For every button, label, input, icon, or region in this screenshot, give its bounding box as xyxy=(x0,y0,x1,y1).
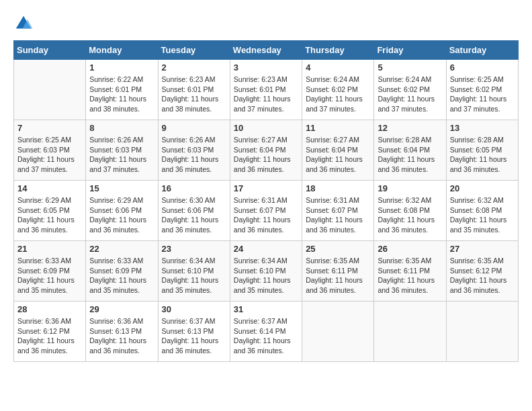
sunrise-text: Sunrise: 6:32 AM xyxy=(378,195,442,205)
day-info: Sunrise: 6:27 AMSunset: 6:04 PMDaylight:… xyxy=(306,135,370,175)
daylight-text: Daylight: 11 hours and 38 minutes. xyxy=(162,94,226,113)
day-number: 16 xyxy=(162,183,226,193)
sunrise-text: Sunrise: 6:25 AM xyxy=(450,75,515,85)
day-number: 11 xyxy=(306,123,370,133)
calendar-cell: 4Sunrise: 6:24 AMSunset: 6:02 PMDaylight… xyxy=(302,60,374,120)
calendar-cell: 23Sunrise: 6:34 AMSunset: 6:10 PMDayligh… xyxy=(158,241,230,302)
sunrise-text: Sunrise: 6:24 AM xyxy=(378,75,442,85)
day-number: 27 xyxy=(450,244,515,254)
day-info: Sunrise: 6:29 AMSunset: 6:06 PMDaylight:… xyxy=(89,195,154,235)
weekday-header-friday: Friday xyxy=(374,41,446,60)
day-number: 3 xyxy=(234,62,298,73)
sunrise-text: Sunrise: 6:34 AM xyxy=(234,256,298,266)
day-number: 19 xyxy=(378,183,442,193)
day-number: 12 xyxy=(378,123,442,133)
calendar-cell: 2Sunrise: 6:23 AMSunset: 6:01 PMDaylight… xyxy=(158,60,230,120)
calendar-cell: 7Sunrise: 6:25 AMSunset: 6:03 PMDaylight… xyxy=(14,120,86,181)
weekday-header-row: SundayMondayTuesdayWednesdayThursdayFrid… xyxy=(14,41,519,60)
calendar-cell: 18Sunrise: 6:31 AMSunset: 6:07 PMDayligh… xyxy=(302,181,374,241)
page-header xyxy=(13,13,519,34)
day-number: 23 xyxy=(162,244,226,254)
weekday-header-tuesday: Tuesday xyxy=(158,41,230,60)
day-number: 4 xyxy=(306,62,370,73)
daylight-text: Daylight: 11 hours and 36 minutes. xyxy=(162,336,226,355)
calendar-cell: 26Sunrise: 6:35 AMSunset: 6:11 PMDayligh… xyxy=(374,241,446,302)
day-info: Sunrise: 6:29 AMSunset: 6:05 PMDaylight:… xyxy=(17,195,82,235)
day-number: 31 xyxy=(234,304,298,314)
sunrise-text: Sunrise: 6:35 AM xyxy=(378,256,442,266)
calendar-cell xyxy=(14,60,86,120)
day-info: Sunrise: 6:34 AMSunset: 6:10 PMDaylight:… xyxy=(234,256,298,295)
daylight-text: Daylight: 11 hours and 36 minutes. xyxy=(450,275,515,295)
sunset-text: Sunset: 6:10 PM xyxy=(162,266,226,276)
sunrise-text: Sunrise: 6:26 AM xyxy=(162,135,226,145)
daylight-text: Daylight: 11 hours and 35 minutes. xyxy=(450,215,515,234)
sunset-text: Sunset: 6:14 PM xyxy=(234,326,298,336)
day-info: Sunrise: 6:32 AMSunset: 6:08 PMDaylight:… xyxy=(378,195,442,235)
daylight-text: Daylight: 11 hours and 36 minutes. xyxy=(234,336,298,355)
sunset-text: Sunset: 6:12 PM xyxy=(17,326,82,336)
calendar-cell: 6Sunrise: 6:25 AMSunset: 6:02 PMDaylight… xyxy=(446,60,518,120)
daylight-text: Daylight: 11 hours and 35 minutes. xyxy=(162,275,226,295)
day-number: 15 xyxy=(89,183,154,193)
daylight-text: Daylight: 11 hours and 35 minutes. xyxy=(89,275,154,295)
sunrise-text: Sunrise: 6:30 AM xyxy=(162,195,226,205)
day-number: 21 xyxy=(17,244,82,254)
day-number: 14 xyxy=(17,183,82,193)
calendar-cell: 14Sunrise: 6:29 AMSunset: 6:05 PMDayligh… xyxy=(14,181,86,241)
day-info: Sunrise: 6:25 AMSunset: 6:03 PMDaylight:… xyxy=(17,135,82,175)
daylight-text: Daylight: 11 hours and 36 minutes. xyxy=(306,154,370,174)
daylight-text: Daylight: 11 hours and 36 minutes. xyxy=(234,154,298,174)
sunset-text: Sunset: 6:09 PM xyxy=(89,266,154,276)
weekday-header-wednesday: Wednesday xyxy=(230,41,302,60)
day-info: Sunrise: 6:28 AMSunset: 6:04 PMDaylight:… xyxy=(378,135,442,175)
daylight-text: Daylight: 11 hours and 37 minutes. xyxy=(89,154,154,174)
day-number: 7 xyxy=(17,123,82,133)
calendar-cell: 19Sunrise: 6:32 AMSunset: 6:08 PMDayligh… xyxy=(374,181,446,241)
sunset-text: Sunset: 6:07 PM xyxy=(234,205,298,216)
daylight-text: Daylight: 11 hours and 36 minutes. xyxy=(450,154,515,174)
daylight-text: Daylight: 11 hours and 35 minutes. xyxy=(234,275,298,295)
sunset-text: Sunset: 6:05 PM xyxy=(450,145,515,155)
day-info: Sunrise: 6:32 AMSunset: 6:08 PMDaylight:… xyxy=(450,195,515,235)
sunset-text: Sunset: 6:08 PM xyxy=(450,205,515,216)
sunset-text: Sunset: 6:10 PM xyxy=(234,266,298,276)
sunrise-text: Sunrise: 6:33 AM xyxy=(89,256,154,266)
calendar-cell: 8Sunrise: 6:26 AMSunset: 6:03 PMDaylight… xyxy=(86,120,158,181)
sunset-text: Sunset: 6:04 PM xyxy=(306,145,370,155)
sunset-text: Sunset: 6:06 PM xyxy=(89,205,154,216)
sunrise-text: Sunrise: 6:36 AM xyxy=(89,316,154,326)
sunrise-text: Sunrise: 6:37 AM xyxy=(162,316,226,326)
day-info: Sunrise: 6:24 AMSunset: 6:02 PMDaylight:… xyxy=(306,75,370,114)
day-info: Sunrise: 6:34 AMSunset: 6:10 PMDaylight:… xyxy=(162,256,226,295)
daylight-text: Daylight: 11 hours and 38 minutes. xyxy=(89,94,154,113)
sunset-text: Sunset: 6:11 PM xyxy=(306,266,370,276)
calendar-cell: 5Sunrise: 6:24 AMSunset: 6:02 PMDaylight… xyxy=(374,60,446,120)
calendar-cell: 28Sunrise: 6:36 AMSunset: 6:12 PMDayligh… xyxy=(14,302,86,362)
calendar-cell: 25Sunrise: 6:35 AMSunset: 6:11 PMDayligh… xyxy=(302,241,374,302)
logo xyxy=(13,13,36,34)
sunrise-text: Sunrise: 6:27 AM xyxy=(234,135,298,145)
sunset-text: Sunset: 6:03 PM xyxy=(162,145,226,155)
day-number: 22 xyxy=(89,244,154,254)
logo-icon xyxy=(13,13,34,34)
day-info: Sunrise: 6:35 AMSunset: 6:12 PMDaylight:… xyxy=(450,256,515,295)
sunset-text: Sunset: 6:04 PM xyxy=(378,145,442,155)
calendar-cell: 20Sunrise: 6:32 AMSunset: 6:08 PMDayligh… xyxy=(446,181,518,241)
day-info: Sunrise: 6:36 AMSunset: 6:12 PMDaylight:… xyxy=(17,316,82,356)
calendar-week-row: 28Sunrise: 6:36 AMSunset: 6:12 PMDayligh… xyxy=(14,302,519,362)
daylight-text: Daylight: 11 hours and 36 minutes. xyxy=(234,215,298,234)
daylight-text: Daylight: 11 hours and 36 minutes. xyxy=(17,215,82,234)
calendar-cell: 11Sunrise: 6:27 AMSunset: 6:04 PMDayligh… xyxy=(302,120,374,181)
sunrise-text: Sunrise: 6:27 AM xyxy=(306,135,370,145)
calendar-cell: 16Sunrise: 6:30 AMSunset: 6:06 PMDayligh… xyxy=(158,181,230,241)
daylight-text: Daylight: 11 hours and 36 minutes. xyxy=(17,336,82,355)
sunset-text: Sunset: 6:01 PM xyxy=(234,85,298,95)
calendar-cell xyxy=(302,302,374,362)
sunrise-text: Sunrise: 6:28 AM xyxy=(378,135,442,145)
day-number: 1 xyxy=(89,62,154,73)
daylight-text: Daylight: 11 hours and 35 minutes. xyxy=(17,275,82,295)
sunrise-text: Sunrise: 6:29 AM xyxy=(17,195,82,205)
daylight-text: Daylight: 11 hours and 36 minutes. xyxy=(378,215,442,234)
sunrise-text: Sunrise: 6:35 AM xyxy=(450,256,515,266)
